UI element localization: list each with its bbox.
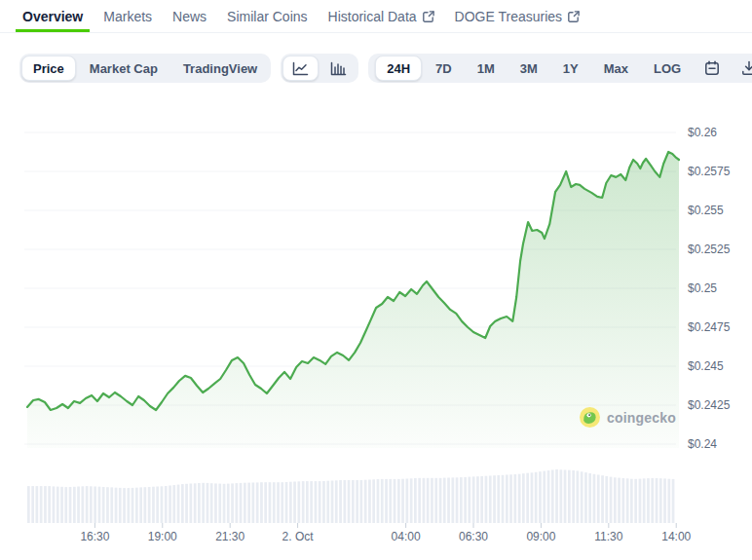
volume-bar — [128, 488, 131, 523]
range-max-button[interactable]: Max — [592, 56, 640, 81]
volume-bar — [202, 483, 205, 523]
volume-bar — [190, 484, 193, 524]
volume-bar — [135, 488, 138, 523]
volume-bar — [60, 487, 63, 523]
volume-bar — [668, 479, 671, 523]
range-3m-button[interactable]: 3M — [508, 56, 549, 81]
calendar-icon — [704, 60, 720, 76]
line-chart-type-button[interactable] — [282, 56, 319, 81]
volume-bar — [389, 479, 392, 523]
volume-bar — [618, 478, 620, 523]
candlestick-chart-type-button[interactable] — [320, 56, 357, 81]
price-chart-canvas[interactable]: $0.26$0.2575$0.255$0.2525$0.25$0.2475$0.… — [0, 83, 752, 560]
y-axis-label: $0.2575 — [688, 165, 731, 178]
volume-bar — [106, 487, 109, 523]
volume-bar — [584, 472, 587, 523]
volume-bar — [194, 483, 197, 523]
volume-bar — [672, 479, 675, 523]
coin-nav-tabs: Overview Markets News Similar Coins Hist… — [0, 0, 752, 33]
volume-bar — [577, 471, 580, 524]
metric-toggle-group: Price Market Cap TradingView — [19, 54, 271, 83]
volume-bar — [360, 480, 363, 523]
volume-bar — [223, 484, 226, 523]
volume-bar — [210, 483, 213, 523]
tab-markets-label: Markets — [103, 9, 152, 24]
volume-bar — [423, 478, 426, 523]
volume-bar — [452, 477, 455, 523]
x-axis-label: 16:30 — [80, 530, 109, 543]
volume-bar — [568, 470, 571, 523]
y-axis-label: $0.25 — [688, 281, 717, 295]
volume-bar — [247, 483, 250, 523]
chart-type-group — [281, 54, 358, 83]
volume-bar — [298, 481, 301, 523]
y-axis-label: $0.24 — [688, 437, 717, 451]
y-axis-label: $0.2525 — [688, 243, 731, 256]
tab-similar-coins-label: Similar Coins — [227, 9, 307, 24]
volume-bar — [293, 482, 296, 524]
volume-bar — [418, 478, 421, 523]
volume-bar — [531, 472, 534, 523]
tab-overview[interactable]: Overview — [16, 0, 90, 32]
range-1m-button[interactable]: 1M — [466, 56, 507, 81]
volume-bar — [555, 469, 558, 523]
volume-bar — [543, 471, 545, 523]
y-axis-label: $0.2425 — [688, 398, 731, 412]
x-axis-label: 06:30 — [459, 530, 488, 543]
coingecko-coin-page: Overview Markets News Similar Coins Hist… — [0, 0, 752, 560]
volume-bar — [518, 474, 521, 523]
download-chart-button[interactable] — [732, 56, 752, 81]
volume-bar — [401, 479, 404, 523]
volume-bar — [385, 479, 388, 523]
volume-bar — [69, 487, 72, 523]
tab-markets[interactable]: Markets — [96, 0, 159, 32]
tab-news[interactable]: News — [166, 0, 213, 32]
volume-bar — [40, 486, 43, 523]
volume-bar — [663, 478, 666, 523]
tradingview-toggle-button[interactable]: TradingView — [171, 56, 269, 81]
volume-bar — [156, 487, 159, 524]
x-axis-label: 19:00 — [148, 530, 177, 543]
volume-bar — [77, 487, 80, 524]
volume-bar — [410, 478, 413, 523]
volume-bar — [514, 474, 517, 523]
volume-bar — [659, 478, 662, 523]
volume-bar — [547, 470, 550, 523]
volume-bar — [610, 477, 613, 523]
volume-bar — [564, 470, 567, 524]
tab-historical-data[interactable]: Historical Data — [321, 0, 441, 32]
price-toggle-button[interactable]: Price — [21, 56, 76, 81]
range-1y-button[interactable]: 1Y — [551, 56, 590, 81]
volume-bar — [447, 478, 450, 524]
x-axis-label: 11:30 — [594, 530, 622, 543]
volume-bar — [364, 480, 367, 523]
y-axis-label: $0.245 — [688, 359, 724, 373]
volume-bar — [285, 482, 288, 523]
volume-bar — [581, 471, 583, 523]
volume-bar — [456, 477, 459, 523]
external-link-icon — [568, 11, 580, 22]
tab-similar-coins[interactable]: Similar Coins — [220, 0, 314, 32]
log-scale-button[interactable]: LOG — [642, 56, 693, 81]
volume-bar — [139, 487, 142, 523]
volume-bar — [185, 484, 188, 523]
volume-bar — [509, 474, 512, 523]
range-7d-button[interactable]: 7D — [424, 56, 464, 81]
volume-bar — [172, 485, 175, 523]
volume-bar — [169, 486, 171, 524]
x-axis-label: 2. Oct — [282, 530, 315, 543]
volume-bar — [181, 484, 184, 523]
volume-bar — [82, 486, 85, 523]
volume-bar — [277, 482, 280, 523]
tab-news-label: News — [172, 9, 207, 24]
volume-bar — [522, 473, 525, 523]
volume-bar — [539, 471, 542, 523]
tab-doge-treasuries[interactable]: DOGE Treasuries — [448, 0, 586, 32]
range-24h-button[interactable]: 24H — [375, 56, 422, 81]
x-axis-label: 21:30 — [215, 530, 244, 543]
date-range-picker-button[interactable] — [695, 56, 730, 81]
volume-bar — [73, 487, 76, 523]
volume-bar — [597, 475, 600, 524]
market-cap-toggle-button[interactable]: Market Cap — [78, 56, 169, 81]
volume-bar — [227, 484, 230, 523]
